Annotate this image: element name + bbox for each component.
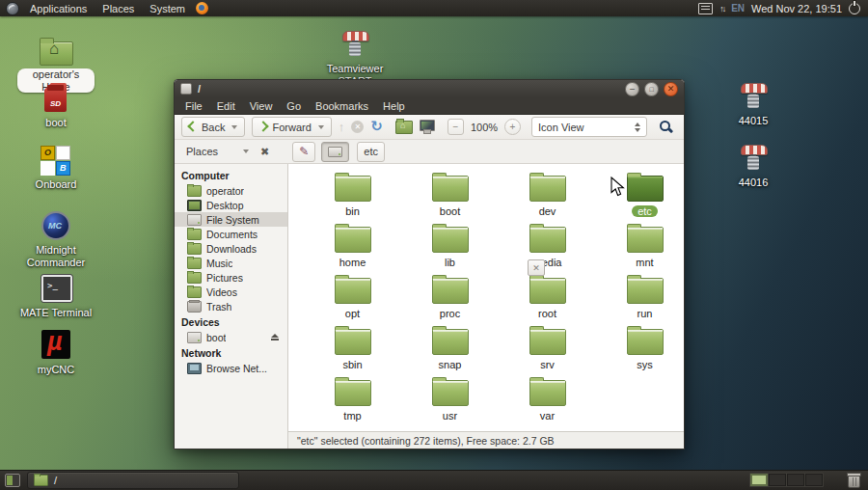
- folder-media[interactable]: media: [499, 223, 596, 274]
- folder-icon: [627, 278, 664, 304]
- desktop-icon-label: Midnight Commander: [17, 244, 95, 268]
- window-menu-go[interactable]: Go: [286, 100, 301, 112]
- sidebar-item-music[interactable]: Music: [175, 256, 287, 270]
- back-history-caret-icon[interactable]: [231, 125, 237, 129]
- window-menu-help[interactable]: Help: [383, 100, 405, 112]
- clock[interactable]: Wed Nov 22, 19:51: [751, 3, 842, 14]
- folder-snap[interactable]: snap: [401, 325, 499, 376]
- sidebar-item-trash[interactable]: Trash: [175, 299, 287, 313]
- folder-bin[interactable]: bin: [304, 172, 401, 223]
- breadcrumb-etc-button[interactable]: etc: [357, 142, 385, 162]
- sidebar-item-operator[interactable]: operator: [175, 183, 287, 198]
- top-menu-group: ApplicationsPlacesSystem: [27, 3, 188, 14]
- panel-menu-applications[interactable]: Applications: [27, 3, 90, 14]
- sidebar-item-videos[interactable]: Videos: [175, 285, 287, 299]
- sidebar-item-label: Videos: [206, 286, 237, 298]
- stop-button[interactable]: ✕: [351, 121, 364, 133]
- minimize-button[interactable]: –: [625, 82, 639, 96]
- home-button[interactable]: [395, 121, 413, 134]
- window-menu-view[interactable]: View: [250, 100, 273, 112]
- sidebar-item-label: Music: [206, 258, 232, 269]
- zoom-in-button[interactable]: +: [504, 119, 521, 135]
- view-mode-select[interactable]: Icon View: [531, 117, 647, 137]
- sidebar-item-boot[interactable]: boot: [175, 330, 287, 344]
- eject-icon[interactable]: [271, 334, 279, 340]
- zoom-out-button[interactable]: −: [448, 119, 464, 135]
- sidebar-item-desktop[interactable]: Desktop: [175, 198, 287, 212]
- folder-run[interactable]: run: [596, 274, 684, 325]
- up-button[interactable]: ↑: [339, 121, 345, 133]
- desktop-icon-label: boot: [17, 117, 95, 129]
- workspace-1[interactable]: [750, 474, 768, 486]
- terminal-icon: [35, 273, 77, 304]
- desktop-icon-mate-terminal[interactable]: MATE Terminal: [17, 273, 95, 319]
- folder-usr[interactable]: usr: [401, 376, 499, 427]
- sidebar-item-documents[interactable]: Documents: [175, 227, 287, 241]
- close-sidebar-button[interactable]: ✖: [258, 146, 271, 158]
- forward-button[interactable]: Forward: [252, 117, 331, 137]
- forward-history-caret-icon[interactable]: [318, 125, 324, 129]
- location-bar: Places ✖ ✎ etc: [175, 140, 684, 164]
- folder-music-icon: [187, 258, 202, 269]
- workspace-3[interactable]: [787, 474, 804, 486]
- floating-close-button[interactable]: ✕: [528, 259, 545, 276]
- search-icon[interactable]: [660, 121, 673, 134]
- folder-lib[interactable]: lib: [401, 223, 499, 274]
- panel-menu-places[interactable]: Places: [99, 3, 137, 14]
- bottom-panel: /: [0, 470, 868, 490]
- mouse-cursor: [610, 177, 626, 198]
- sidebar-mode-select[interactable]: Places: [182, 146, 253, 157]
- titlebar[interactable]: / – □ ✕: [175, 80, 684, 97]
- maximize-button[interactable]: □: [644, 82, 659, 96]
- panel-menu-system[interactable]: System: [147, 3, 188, 14]
- close-button[interactable]: ✕: [664, 82, 678, 96]
- sidebar-item-file-system[interactable]: File System: [175, 212, 287, 227]
- folder-dev[interactable]: dev: [499, 172, 596, 223]
- display-indicator-icon[interactable]: [698, 3, 713, 14]
- icon-view[interactable]: binbootdevetchomelibmediamntoptprocrootr…: [288, 164, 684, 431]
- desktop-icon-44015[interactable]: 44015: [715, 81, 792, 127]
- sidebar-item-browse-net[interactable]: Browse Net...: [175, 361, 287, 375]
- desktop-icon-mycnc[interactable]: myCNC: [17, 330, 95, 376]
- firefox-icon[interactable]: [196, 2, 208, 14]
- breadcrumb-root-button[interactable]: [321, 142, 349, 162]
- desktop-icon-midnight-commander[interactable]: Midnight Commander: [17, 210, 95, 268]
- show-desktop-button[interactable]: [5, 474, 20, 487]
- folder-home[interactable]: home: [304, 223, 401, 274]
- folder-etc[interactable]: etc: [596, 172, 684, 223]
- folder-sys[interactable]: sys: [596, 325, 684, 376]
- computer-button[interactable]: [420, 120, 435, 131]
- folder-root[interactable]: root: [499, 274, 596, 325]
- folder-srv[interactable]: srv: [499, 325, 596, 376]
- folder-opt[interactable]: opt: [304, 274, 401, 325]
- sidebar-item-downloads[interactable]: Downloads: [175, 241, 287, 256]
- folder-var[interactable]: var: [499, 376, 596, 427]
- network-indicator-icon[interactable]: ↑↓: [719, 4, 724, 14]
- sidebar-item-label: Documents: [206, 229, 258, 240]
- desktop-icon-onboard[interactable]: Onboard: [17, 145, 95, 191]
- folder-mnt[interactable]: mnt: [596, 223, 684, 274]
- power-icon[interactable]: [849, 3, 860, 14]
- folder-sbin[interactable]: sbin: [304, 325, 401, 376]
- sidebar-item-label: Trash: [206, 301, 231, 313]
- keyboard-layout-indicator[interactable]: EN: [731, 3, 745, 14]
- refresh-button[interactable]: ↻: [370, 119, 383, 133]
- folder-name: lib: [445, 257, 455, 268]
- window-menu-edit[interactable]: Edit: [217, 100, 235, 112]
- window-menu-bookmarks[interactable]: Bookmarks: [315, 100, 368, 112]
- desktop-icon-44016[interactable]: 44016: [715, 143, 792, 189]
- sidebar-item-pictures[interactable]: Pictures: [175, 270, 287, 285]
- back-button[interactable]: Back: [181, 117, 245, 137]
- workspace-4[interactable]: [805, 474, 823, 486]
- folder-icon: [529, 329, 566, 355]
- window-list-button[interactable]: /: [27, 472, 239, 489]
- distributor-logo-icon[interactable]: [6, 2, 19, 15]
- folder-tmp[interactable]: tmp: [304, 376, 401, 427]
- edit-location-toggle[interactable]: ✎: [292, 142, 315, 162]
- workspace-2[interactable]: [769, 474, 786, 486]
- desktop-icon-boot[interactable]: boot: [17, 83, 95, 129]
- folder-boot[interactable]: boot: [401, 172, 499, 223]
- window-menu-file[interactable]: File: [185, 100, 203, 112]
- folder-proc[interactable]: proc: [401, 274, 499, 325]
- trash-applet-icon[interactable]: [848, 475, 860, 488]
